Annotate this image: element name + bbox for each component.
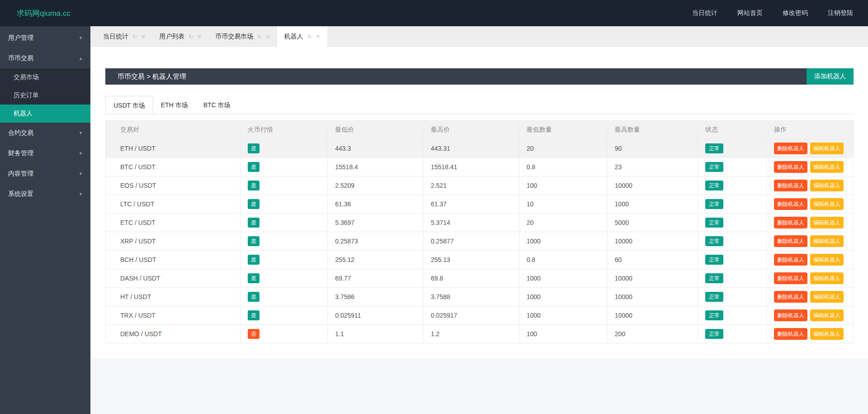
max-qty-cell: 10000 [607, 176, 698, 195]
delete-robot-button[interactable]: 删除机器人 [774, 291, 807, 303]
tab-1[interactable]: 用户列表↻✕ [152, 26, 208, 47]
sidebar-item-3[interactable]: 财务管理▼ [0, 143, 90, 163]
content-panel: 币币交易 > 机器人管理 添加机器人 USDT 市场ETH 市场BTC 市场 交… [90, 47, 868, 358]
edit-robot-button[interactable]: 编辑机器人 [810, 254, 844, 266]
sidebar-item-2[interactable]: 合约交易▼ [0, 123, 90, 143]
status-cell: 正常 [698, 176, 766, 195]
refresh-icon[interactable]: ↻ [257, 33, 262, 40]
delete-robot-button[interactable]: 删除机器人 [774, 272, 807, 284]
column-header: 状态 [698, 121, 766, 139]
huobi-cell: 是 [240, 232, 328, 251]
table-row: BTC / USDT是15518.415518.410.823正常删除机器人编辑… [106, 158, 854, 176]
min-qty-cell: 1000 [519, 269, 607, 288]
edit-robot-button[interactable]: 编辑机器人 [810, 180, 844, 191]
huobi-badge: 是 [248, 236, 259, 246]
max-price-cell: 0.025917 [423, 306, 519, 325]
status-badge: 正常 [705, 236, 723, 246]
min-price-cell: 61.36 [328, 195, 424, 214]
min-qty-cell: 100 [519, 325, 607, 343]
delete-robot-button[interactable]: 删除机器人 [774, 254, 807, 266]
max-price-cell: 5.3714 [423, 214, 519, 232]
column-header: 交易对 [106, 121, 241, 139]
market-tab-2[interactable]: BTC 市场 [196, 96, 238, 114]
column-header: 最低价 [328, 121, 424, 139]
close-icon[interactable]: ✕ [197, 33, 202, 40]
sidebar-item-4[interactable]: 内容管理▼ [0, 163, 90, 184]
huobi-badge: 是 [248, 162, 259, 172]
sidebar-subitem-1-0[interactable]: 交易市场 [0, 68, 90, 86]
tab-0[interactable]: 当日统计↻✕ [96, 26, 152, 47]
huobi-cell: 是 [240, 158, 328, 176]
edit-robot-button[interactable]: 编辑机器人 [810, 198, 844, 210]
pair-cell: DEMO / USDT [106, 325, 241, 343]
status-badge: 正常 [705, 181, 723, 190]
sidebar-item-5[interactable]: 系统设置▼ [0, 184, 90, 204]
max-price-cell: 15518.41 [423, 158, 519, 176]
table-row: ETC / USDT是5.36975.3714205000正常删除机器人编辑机器… [106, 214, 854, 232]
sidebar-subitem-1-1[interactable]: 历史订单 [0, 86, 90, 105]
tab-2[interactable]: 币币交易市场↻✕ [208, 26, 277, 47]
huobi-cell: 是 [240, 306, 328, 325]
market-tab-1[interactable]: ETH 市场 [153, 96, 196, 114]
edit-robot-button[interactable]: 编辑机器人 [810, 272, 844, 284]
caret-down-icon: ▼ [79, 171, 83, 176]
huobi-cell: 是 [240, 195, 328, 214]
caret-down-icon: ▼ [79, 151, 83, 156]
huobi-cell: 是 [240, 139, 328, 158]
table-row: XRP / USDT是0.258730.25877100010000正常删除机器… [106, 232, 854, 251]
edit-robot-button[interactable]: 编辑机器人 [810, 161, 844, 173]
sidebar-subitem-1-2[interactable]: 机器人 [0, 105, 90, 123]
pair-cell: XRP / USDT [106, 232, 241, 251]
close-icon[interactable]: ✕ [266, 33, 270, 40]
tab-label: 用户列表 [159, 33, 184, 41]
actions-cell: 删除机器人编辑机器人 [767, 325, 854, 343]
column-header: 最高数量 [607, 121, 698, 139]
edit-robot-button[interactable]: 编辑机器人 [810, 328, 844, 340]
edit-robot-button[interactable]: 编辑机器人 [810, 217, 844, 228]
max-price-cell: 443.31 [423, 139, 519, 158]
add-robot-button[interactable]: 添加机器人 [807, 68, 854, 85]
topnav-link-0[interactable]: 当日统计 [692, 9, 717, 17]
refresh-icon[interactable]: ↻ [307, 33, 311, 40]
delete-robot-button[interactable]: 删除机器人 [774, 235, 807, 247]
close-icon[interactable]: ✕ [141, 33, 146, 40]
edit-robot-button[interactable]: 编辑机器人 [810, 235, 844, 247]
max-qty-cell: 10000 [607, 269, 698, 288]
sidebar-item-label: 内容管理 [8, 170, 33, 178]
status-badge: 正常 [705, 162, 723, 172]
refresh-icon[interactable]: ↻ [132, 33, 137, 40]
edit-robot-button[interactable]: 编辑机器人 [810, 143, 844, 154]
sidebar-item-1[interactable]: 币币交易▲ [0, 48, 90, 68]
tab-3[interactable]: 机器人↻✕ [277, 26, 327, 47]
huobi-badge: 是 [248, 199, 259, 209]
delete-robot-button[interactable]: 删除机器人 [774, 161, 807, 173]
topnav-link-1[interactable]: 网站首页 [737, 9, 763, 17]
pair-cell: EOS / USDT [106, 176, 241, 195]
delete-robot-button[interactable]: 删除机器人 [774, 143, 807, 154]
delete-robot-button[interactable]: 删除机器人 [774, 309, 807, 321]
huobi-cell: 是 [240, 251, 328, 269]
delete-robot-button[interactable]: 删除机器人 [774, 328, 807, 340]
edit-robot-button[interactable]: 编辑机器人 [810, 291, 844, 303]
delete-robot-button[interactable]: 删除机器人 [774, 198, 807, 210]
close-icon[interactable]: ✕ [316, 33, 320, 40]
column-header: 最高价 [423, 121, 519, 139]
actions-cell: 删除机器人编辑机器人 [767, 214, 854, 232]
delete-robot-button[interactable]: 删除机器人 [774, 180, 807, 191]
pair-cell: LTC / USDT [106, 195, 241, 214]
min-qty-cell: 1000 [519, 288, 607, 306]
pair-cell: ETH / USDT [106, 139, 241, 158]
delete-robot-button[interactable]: 删除机器人 [774, 217, 807, 228]
refresh-icon[interactable]: ↻ [189, 33, 193, 40]
market-tab-0[interactable]: USDT 市场 [105, 96, 153, 114]
huobi-badge: 是 [248, 273, 259, 283]
status-cell: 正常 [698, 232, 766, 251]
topnav-link-2[interactable]: 修改密码 [783, 9, 808, 17]
status-badge: 正常 [705, 218, 723, 228]
topnav-link-3[interactable]: 注销登陆 [828, 9, 853, 17]
edit-robot-button[interactable]: 编辑机器人 [810, 309, 844, 321]
sidebar-item-0[interactable]: 用户管理▼ [0, 28, 90, 48]
min-qty-cell: 0.8 [519, 158, 607, 176]
status-cell: 正常 [698, 325, 766, 343]
huobi-badge: 是 [248, 143, 259, 153]
